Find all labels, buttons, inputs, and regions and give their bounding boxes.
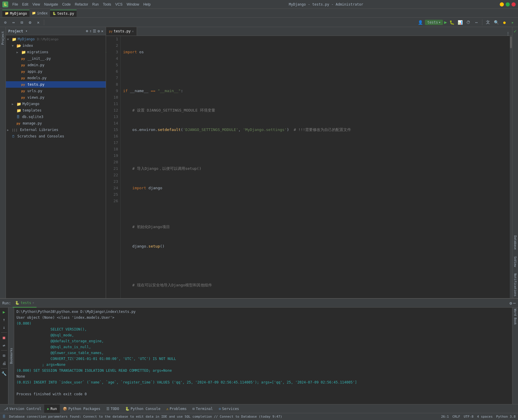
database-panel-toggle[interactable]: Database xyxy=(513,234,517,251)
tab-index[interactable]: 📁 index xyxy=(29,10,50,16)
run-tab-tests[interactable]: 🐍 tests ✕ xyxy=(13,299,37,308)
run-indicator[interactable]: ▶ xyxy=(106,49,106,55)
btab-python-packages[interactable]: 📦 Python Packages xyxy=(60,404,103,413)
run-play-btn[interactable]: ▶ xyxy=(2,309,6,315)
minimize-button[interactable] xyxy=(500,2,504,6)
btab-version-control[interactable]: ⎇ Version Control xyxy=(1,404,44,413)
tree-item-db[interactable]: 🗄 db.sqlite3 xyxy=(6,114,106,120)
menu-tools[interactable]: Tools xyxy=(101,2,113,7)
editor-tab-tests[interactable]: py tests.py ✕ xyxy=(106,27,137,36)
menu-bar[interactable]: File Edit View Navigate Code Refactor Ru… xyxy=(11,2,152,7)
folder-icon: 📁 xyxy=(16,102,21,106)
menu-refactor[interactable]: Refactor xyxy=(73,2,90,7)
status-indent[interactable]: 4 spaces xyxy=(477,415,493,419)
btab-terminal[interactable]: ⊡ Terminal xyxy=(190,404,216,413)
btab-services[interactable]: ⚙ Services xyxy=(216,404,242,413)
line-num-18: 18 xyxy=(108,146,118,152)
menu-help[interactable]: Help xyxy=(142,2,153,7)
editor-tab-more[interactable]: ⋮ xyxy=(504,31,512,36)
panel-icon-settings[interactable]: ☰ xyxy=(93,29,96,33)
run-up-btn[interactable]: ↑ xyxy=(2,316,6,323)
code-content[interactable]: import os if __name__ == "__main__": # 设… xyxy=(121,36,510,298)
run-filter-btn[interactable]: ⊟ xyxy=(2,352,6,359)
run-wrench-btn[interactable]: 🔧 xyxy=(1,370,7,377)
tree-item-views[interactable]: py views.py xyxy=(6,94,106,101)
run-panel-minimize[interactable]: ─ xyxy=(513,301,516,306)
soview-panel-toggle[interactable]: SoView xyxy=(513,255,517,269)
run-button[interactable]: ▶ xyxy=(444,19,447,25)
panel-dropdown-icon[interactable]: ▾ xyxy=(26,29,28,33)
tree-item-mydjango[interactable]: ▼ 📁 MyDjango D:\MyDjango xyxy=(6,36,106,42)
code-editor[interactable]: 1 2 ▶ 3 4 5 6 7 8 9 10 11 12 13 14 15 16… xyxy=(106,36,512,298)
tab-tests[interactable]: 🐍 tests.py xyxy=(50,10,77,17)
tree-item-urls[interactable]: py urls.py xyxy=(6,88,106,94)
search-btn[interactable]: 🔍 xyxy=(493,19,500,26)
project-panel-toggle[interactable]: Project xyxy=(0,29,5,47)
bookmarks-strip[interactable]: Bookmarks xyxy=(8,308,14,404)
word-book-strip[interactable]: Word Book xyxy=(512,308,518,404)
tree-item-templates[interactable]: 📁 templates xyxy=(6,107,106,114)
panel-icon-close[interactable]: ✕ xyxy=(101,29,103,33)
menu-run[interactable]: Run xyxy=(90,2,100,7)
toolbar-collapse-btn[interactable]: ⊟ xyxy=(18,19,25,26)
tree-item-apps[interactable]: py apps.py xyxy=(6,68,106,75)
plugin-btn[interactable]: ▸ xyxy=(509,19,516,26)
run-panel-settings[interactable]: ⚙ xyxy=(509,301,512,306)
tree-item-init[interactable]: py __init__.py xyxy=(6,55,106,62)
status-encoding[interactable]: UTF-8 xyxy=(464,415,474,419)
tree-item-migrations[interactable]: ▶ 📁 migrations xyxy=(6,49,106,55)
tree-item-admin[interactable]: py admin.py xyxy=(6,62,106,68)
close-button[interactable] xyxy=(512,2,516,6)
menu-window[interactable]: Window xyxy=(125,2,141,7)
menu-vcs[interactable]: VCS xyxy=(113,2,124,7)
window-controls[interactable] xyxy=(500,2,516,6)
maximize-button[interactable] xyxy=(506,2,510,6)
tree-item-manage[interactable]: py manage.py xyxy=(6,120,106,127)
toolbar-close-panel-btn[interactable]: ✕ xyxy=(35,19,42,26)
user-btn[interactable]: ● xyxy=(501,19,508,26)
menu-code[interactable]: Code xyxy=(60,2,72,7)
debug-button[interactable]: 🐛 xyxy=(448,19,455,26)
toolbar-avatar-btn[interactable]: 👤 xyxy=(417,19,424,26)
tree-item-tests[interactable]: py tests.py xyxy=(6,81,106,88)
btab-todo[interactable]: ☰ TODO xyxy=(103,404,122,413)
tab-mydjango[interactable]: 📁 MyDjango xyxy=(2,10,29,17)
menu-edit[interactable]: Edit xyxy=(20,2,30,7)
tree-item-mydjango-sub[interactable]: ▶ 📁 MyDjango xyxy=(6,101,106,107)
btab-problems[interactable]: ⚠ Problems xyxy=(163,404,190,413)
menu-navigate[interactable]: Navigate xyxy=(42,2,60,7)
notifications-panel-toggle[interactable]: Notifications xyxy=(513,272,517,298)
tree-item-scratches[interactable]: 🗒 Scratches and Consoles xyxy=(6,133,106,140)
run-tab-close[interactable]: ✕ xyxy=(32,301,34,304)
run-config-selector[interactable]: tests ▾ xyxy=(425,20,443,25)
run-down-btn[interactable]: ↓ xyxy=(2,324,6,331)
status-line-ending[interactable]: CRLF xyxy=(452,415,460,419)
status-python-version[interactable]: Python 3.8 xyxy=(496,415,516,419)
tree-item-models[interactable]: py models.py xyxy=(6,75,106,81)
profile-button[interactable]: ⏱ xyxy=(465,19,472,26)
run-stop-btn[interactable]: ■ xyxy=(2,334,6,341)
status-position[interactable]: 26:1 xyxy=(441,415,449,419)
run-wrap-btn[interactable]: ⇌ xyxy=(2,342,6,348)
coverage-button[interactable]: 📊 xyxy=(456,19,464,26)
toolbar-expand-btn[interactable]: ⇔ xyxy=(10,19,17,26)
run-print-btn[interactable]: 🖨 xyxy=(1,360,7,366)
toolbar-settings-btn[interactable]: ⚙ xyxy=(27,19,34,26)
line-num-24: 24 xyxy=(108,185,118,191)
toolbar-build-btn[interactable]: ⊙ xyxy=(2,19,9,26)
editor-tab-close[interactable]: ✕ xyxy=(132,29,134,33)
panel-icon-scope[interactable]: ⊕ xyxy=(86,29,88,33)
tree-item-ext-libs[interactable]: ▶ ||| External Libraries xyxy=(6,127,106,133)
menu-view[interactable]: View xyxy=(31,2,42,7)
menu-file[interactable]: File xyxy=(11,2,20,7)
tree-item-index[interactable]: ▼ 📂 index xyxy=(6,42,106,49)
translate-btn[interactable]: 文 xyxy=(484,19,491,26)
panel-icon-collapse[interactable]: ⇑ xyxy=(90,29,92,33)
status-message[interactable]: Database connection parameters found: Co… xyxy=(9,415,282,419)
run-panel-icons: ⚙ ─ xyxy=(509,301,516,306)
more-run-btn[interactable]: ⋯ xyxy=(473,19,480,26)
btab-python-console[interactable]: 🐍 Python Console xyxy=(122,404,163,413)
editor-scrollbar[interactable] xyxy=(510,36,512,298)
btab-run[interactable]: ▶ Run xyxy=(44,404,60,413)
panel-icon-gear[interactable]: ⚙ xyxy=(97,29,100,33)
